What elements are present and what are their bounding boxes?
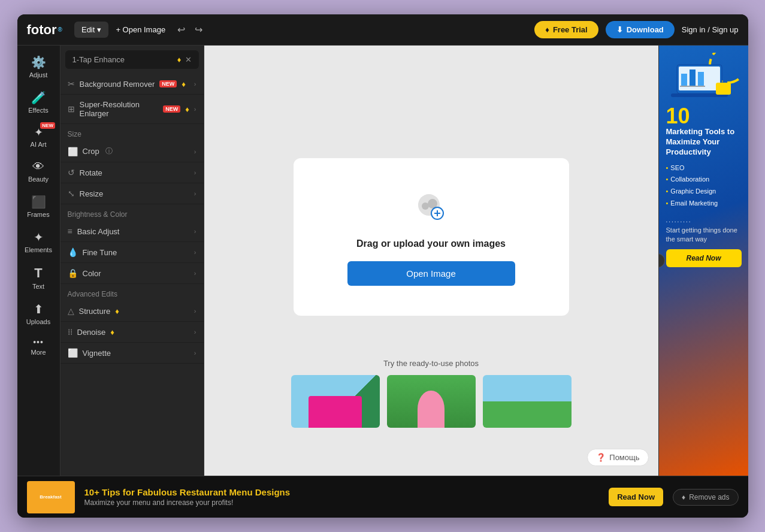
ad-dots: ......... xyxy=(666,217,742,223)
banner-image: Breakfast xyxy=(27,481,75,513)
remove-ads-button[interactable]: ♦ Remove ads xyxy=(673,489,739,506)
download-button[interactable]: ⬇ Download xyxy=(606,21,675,38)
brightness-section-header: Brightness & Color xyxy=(61,204,204,221)
canvas-background: Drag or upload your own images Open Imag… xyxy=(204,46,658,476)
banner-read-now-button[interactable]: Read Now xyxy=(609,488,663,506)
open-image-button[interactable]: + Open Image xyxy=(116,25,165,34)
color-item[interactable]: 🔒 Color › xyxy=(61,263,204,284)
triangle-icon: △ xyxy=(68,306,74,316)
chevron-icon: › xyxy=(194,307,196,315)
ad-subtitle: Start getting things done the smart way xyxy=(666,226,742,244)
vignette-item[interactable]: ⬜ Vignette › xyxy=(61,343,204,364)
chevron-icon: › xyxy=(194,349,196,356)
free-trial-button[interactable]: ♦ Free Trial xyxy=(534,21,598,38)
ad-number: 10 xyxy=(666,105,742,127)
laptop-illustration xyxy=(668,53,740,101)
redo-button[interactable]: ↪ xyxy=(192,22,205,38)
resize-icon: ⤡ xyxy=(68,189,75,198)
structure-item[interactable]: △ Structure ♦ › xyxy=(61,301,204,322)
basic-adjust-item[interactable]: ≡ Basic Adjust › xyxy=(61,221,204,242)
more-icon: ••• xyxy=(33,337,44,347)
lock-icon: 🔒 xyxy=(68,268,78,278)
chevron-icon: › xyxy=(194,228,196,235)
advanced-section-header: Advanced Edits xyxy=(61,284,204,301)
text-icon: T xyxy=(34,265,42,281)
topbar: fotor® Edit ▾ + Open Image ↩ ↪ ♦ Free Tr… xyxy=(17,14,748,46)
size-section-header: Size xyxy=(61,124,204,141)
crop-icon: ⬜ xyxy=(68,147,78,156)
svg-rect-11 xyxy=(698,72,704,86)
crop-item[interactable]: ⬜ Crop ⓘ › xyxy=(61,141,204,162)
open-image-main-button[interactable]: Open Image xyxy=(347,261,515,286)
chevron-icon: › xyxy=(194,249,196,256)
enhance-bar[interactable]: 1-Tap Enhance ♦ ✕ xyxy=(65,50,199,69)
diamond-icon: ♦ xyxy=(682,493,685,501)
sample-image-bike[interactable] xyxy=(483,375,572,428)
chevron-icon: › xyxy=(194,169,196,176)
close-icon: ✕ xyxy=(185,55,192,64)
svg-rect-14 xyxy=(716,83,731,95)
sidebar-item-uploads[interactable]: ⬆ Uploads xyxy=(19,297,58,330)
chevron-icon: › xyxy=(194,328,196,335)
denoise-item[interactable]: ⁞⁞ Denoise ♦ › xyxy=(61,322,204,343)
chevron-icon: › xyxy=(194,270,196,277)
uploads-icon: ⬆ xyxy=(34,302,44,316)
ad-list-item: Collaboration xyxy=(666,174,742,186)
help-icon: ❓ xyxy=(596,453,606,462)
super-resolution-item[interactable]: ⊞ Super-Resolution Enlarger NEW ♦ › xyxy=(61,95,204,124)
banner-content: 10+ Tips for Fabulous Restaurant Menu De… xyxy=(84,487,600,507)
rotate-item[interactable]: ↺ Rotate › xyxy=(61,162,204,183)
sidebar-item-frames[interactable]: ⬛ Frames xyxy=(19,190,58,223)
banner-title: 10+ Tips for Fabulous Restaurant Menu De… xyxy=(84,487,600,497)
svg-rect-10 xyxy=(690,69,696,86)
left-panel: 1-Tap Enhance ♦ ✕ ✂ Background Remover N… xyxy=(61,46,204,476)
upload-area: Drag or upload your own images Open Imag… xyxy=(294,158,569,316)
logo: fotor® xyxy=(27,22,62,38)
ad-list-item: SEO xyxy=(666,162,742,174)
background-remover-item[interactable]: ✂ Background Remover NEW ♦ › xyxy=(61,74,204,95)
drop-icon: 💧 xyxy=(68,247,78,257)
help-button[interactable]: ❓ Помощь xyxy=(587,449,648,466)
sample-image-woman[interactable] xyxy=(387,375,476,428)
resize-item[interactable]: ⤡ Resize › xyxy=(61,183,204,204)
ad-list-item: Email Marketing xyxy=(666,198,742,210)
ad-list: SEO Collaboration Graphic Design Email M… xyxy=(666,162,742,210)
ad-read-now-button[interactable]: Read Now xyxy=(666,249,742,267)
beauty-icon: 👁 xyxy=(32,160,44,174)
ad-title: Marketing Tools to Maximize Your Product… xyxy=(666,127,742,158)
denoise-icon: ⁞⁞ xyxy=(68,327,72,337)
banner-subtitle: Maximize your menu and increase your pro… xyxy=(84,498,600,507)
scissors-icon: ✂ xyxy=(68,79,75,89)
sidebar-item-text[interactable]: T Text xyxy=(19,261,58,295)
crown-icon: ♦ xyxy=(177,55,182,64)
svg-rect-9 xyxy=(681,74,687,86)
edit-button[interactable]: Edit ▾ xyxy=(74,22,108,38)
sample-photos-section: Try the ready-to-use photos xyxy=(291,359,572,428)
sidebar-item-adjust[interactable]: ⚙️ Adjust xyxy=(19,50,58,83)
fine-tune-item[interactable]: 💧 Fine Tune › xyxy=(61,242,204,263)
ad-list-item: Graphic Design xyxy=(666,186,742,198)
right-panel-ad: ‹ xyxy=(658,46,748,476)
sample-label: Try the ready-to-use photos xyxy=(383,359,479,368)
sample-images-row xyxy=(291,375,572,428)
sidebar-item-effects[interactable]: 🧪 Effects xyxy=(19,86,58,119)
chevron-icon: › xyxy=(194,190,196,197)
bottom-banner: Breakfast 10+ Tips for Fabulous Restaura… xyxy=(17,476,748,518)
upload-icon xyxy=(412,188,450,226)
sample-image-house[interactable] xyxy=(291,375,380,428)
chevron-icon: › xyxy=(194,105,196,113)
sidebar-item-ai-art[interactable]: NEW ✦ AI Art xyxy=(19,121,58,153)
drag-text: Drag or upload your own images xyxy=(356,238,506,249)
canvas-area: Drag or upload your own images Open Imag… xyxy=(204,46,658,476)
effects-icon: 🧪 xyxy=(31,90,46,105)
sidebar-item-more[interactable]: ••• More xyxy=(19,332,58,361)
frames-icon: ⬛ xyxy=(31,195,46,209)
sidebar-item-elements[interactable]: ✦ Elements xyxy=(19,225,58,258)
chevron-icon: › xyxy=(194,80,196,87)
sidebar-item-beauty[interactable]: 👁 Beauty xyxy=(19,155,58,188)
rotate-icon: ↺ xyxy=(68,168,75,177)
signin-link[interactable]: Sign in / Sign up xyxy=(682,25,739,34)
chevron-icon: › xyxy=(194,148,196,155)
undo-button[interactable]: ↩ xyxy=(175,22,188,38)
sidebar-icons: ⚙️ Adjust 🧪 Effects NEW ✦ AI Art 👁 Beaut… xyxy=(17,46,61,476)
